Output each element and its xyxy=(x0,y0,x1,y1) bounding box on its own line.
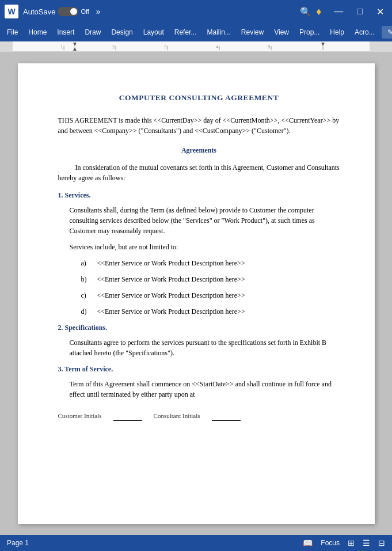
editing-button[interactable]: ✎ Editing ▾ xyxy=(382,26,392,39)
list-letter-c: c) xyxy=(81,290,93,301)
menu-review[interactable]: Review xyxy=(237,26,268,39)
menu-properties[interactable]: Prop... xyxy=(295,26,324,39)
menu-design[interactable]: Design xyxy=(106,26,137,39)
menu-insert[interactable]: Insert xyxy=(52,26,79,39)
svg-marker-15 xyxy=(321,43,325,46)
menu-acrobat[interactable]: Acro... xyxy=(350,26,379,39)
svg-text:1: 1 xyxy=(60,44,63,50)
svg-text:|: | xyxy=(271,45,272,50)
consultant-initials-blank[interactable] xyxy=(212,411,241,421)
menu-file[interactable]: File xyxy=(2,26,22,39)
svg-text:5: 5 xyxy=(268,44,271,50)
read-mode-icon[interactable]: 📖 xyxy=(303,538,313,548)
section3-title: 3. Term of Service. xyxy=(58,364,340,374)
word-logo: W xyxy=(5,5,18,18)
autosave-toggle[interactable] xyxy=(58,7,78,16)
layout3-icon[interactable]: ⊟ xyxy=(378,538,385,548)
section3-text: Term of this Agreement shall commence on… xyxy=(70,379,340,400)
services-intro: Services include, but are not limited to… xyxy=(70,242,340,252)
service-desc-a: <<Enter Service or Work Product Descript… xyxy=(97,258,245,268)
footer-initials: Customer Initials Consultant Initials xyxy=(58,411,340,421)
list-item: a) <<Enter Service or Work Product Descr… xyxy=(81,258,340,268)
document-title: COMPUTER CONSULTING AGREEMENT xyxy=(58,92,340,104)
service-desc-b: <<Enter Service or Work Product Descript… xyxy=(97,274,245,284)
premium-icon: ♦ xyxy=(316,6,321,18)
svg-rect-1 xyxy=(370,41,392,52)
svg-text:|: | xyxy=(63,45,64,50)
page-number: Page 1 xyxy=(7,539,29,547)
focus-label[interactable]: Focus xyxy=(321,539,340,547)
consultant-initials-label: Consultant Initials xyxy=(154,411,200,421)
document-body: COMPUTER CONSULTING AGREEMENT THIS AGREE… xyxy=(58,92,340,421)
customer-initials-blank[interactable] xyxy=(113,411,142,421)
close-button[interactable]: ✕ xyxy=(373,5,387,18)
svg-text:3: 3 xyxy=(164,44,167,50)
ruler-content: | | | | | | 1 2 3 4 5 xyxy=(0,41,392,51)
toggle-knob xyxy=(70,8,77,15)
layout-icon[interactable]: ⊞ xyxy=(348,538,355,548)
list-letter-a: a) xyxy=(81,258,93,268)
ruler: | | | | | | 1 2 3 4 5 xyxy=(0,41,392,52)
section1-text: Consultants shall, during the Term (as d… xyxy=(70,205,340,236)
list-item: d) <<Enter Service or Work Product Descr… xyxy=(81,306,340,317)
section1-title: 1. Services. xyxy=(58,190,340,200)
menu-draw[interactable]: Draw xyxy=(80,26,105,39)
document-area[interactable]: COMPUTER CONSULTING AGREEMENT THIS AGREE… xyxy=(0,52,392,535)
list-item: b) <<Enter Service or Work Product Descr… xyxy=(81,274,340,284)
service-desc-c: <<Enter Service or Work Product Descript… xyxy=(97,290,245,301)
title-bar: W AutoSave Off » 🔍 ♦ — □ ✕ xyxy=(0,0,392,23)
svg-marker-14 xyxy=(73,47,77,51)
document-intro[interactable]: THIS AGREEMENT is made this <<CurrentDay… xyxy=(58,115,340,136)
window-controls: — □ ✕ xyxy=(330,5,387,18)
svg-text:|: | xyxy=(219,45,220,50)
toggle-state-label: Off xyxy=(81,8,89,15)
list-letter-d: d) xyxy=(81,306,93,317)
menu-references[interactable]: Refer... xyxy=(170,26,201,39)
menu-view[interactable]: View xyxy=(269,26,294,39)
section2-title: 2. Specifications. xyxy=(58,322,340,333)
document-page[interactable]: COMPUTER CONSULTING AGREEMENT THIS AGREE… xyxy=(18,63,375,524)
menu-layout[interactable]: Layout xyxy=(139,26,169,39)
layout2-icon[interactable]: ☰ xyxy=(363,538,370,548)
autosave-section: AutoSave Off xyxy=(23,7,89,16)
svg-text:4: 4 xyxy=(216,44,219,50)
more-commands-icon[interactable]: » xyxy=(96,7,101,16)
svg-text:|: | xyxy=(167,45,168,50)
svg-marker-13 xyxy=(73,43,77,46)
maximize-button[interactable]: □ xyxy=(353,5,366,18)
menu-help[interactable]: Help xyxy=(325,26,349,39)
section2-text: Consultants agree to perform the service… xyxy=(70,337,340,358)
agreements-intro: In consideration of the mutual covenants… xyxy=(58,162,340,183)
menu-mailings[interactable]: Mailin... xyxy=(202,26,235,39)
autosave-label: AutoSave xyxy=(23,7,55,16)
list-item: c) <<Enter Service or Work Product Descr… xyxy=(81,290,340,301)
services-list: a) <<Enter Service or Work Product Descr… xyxy=(81,258,340,317)
minimize-button[interactable]: — xyxy=(330,5,347,18)
svg-rect-0 xyxy=(0,41,13,52)
status-icons: 📖 Focus ⊞ ☰ ⊟ xyxy=(303,538,385,548)
search-icon[interactable]: 🔍 xyxy=(300,6,311,17)
agreements-header: Agreements xyxy=(58,145,340,155)
svg-text:2: 2 xyxy=(112,44,115,50)
customer-initials-label: Customer Initials xyxy=(58,411,102,421)
menu-bar: File Home Insert Draw Design Layout Refe… xyxy=(0,23,392,41)
status-bar: Page 1 📖 Focus ⊞ ☰ ⊟ xyxy=(0,535,392,551)
svg-text:|: | xyxy=(115,45,116,50)
service-desc-d: <<Enter Service or Work Product Descript… xyxy=(97,306,245,317)
list-letter-b: b) xyxy=(81,274,93,284)
pencil-icon: ✎ xyxy=(387,28,392,36)
menu-home[interactable]: Home xyxy=(24,26,51,39)
